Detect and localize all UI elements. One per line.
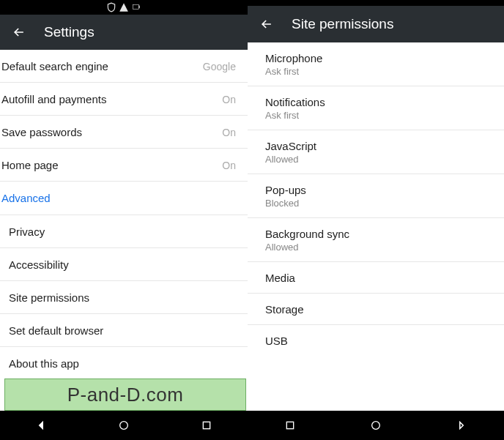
row-home-page[interactable]: Home page On (0, 149, 248, 182)
back-button[interactable] (10, 23, 28, 41)
row-autofill-payments[interactable]: Autofill and payments On (0, 83, 248, 116)
row-about-this-app[interactable]: About this app (0, 347, 248, 379)
nav-home[interactable] (102, 411, 146, 440)
row-label: Background sync (265, 228, 349, 240)
row-label: Microphone (265, 52, 322, 64)
row-label: Media (265, 272, 295, 284)
site-permissions-screen: Site permissions Microphone Ask first No… (248, 0, 504, 440)
row-label: Save passwords (1, 126, 82, 138)
row-pop-ups[interactable]: Pop-ups Blocked (248, 174, 504, 218)
svg-rect-3 (203, 422, 210, 428)
row-label: Home page (1, 159, 59, 171)
app-bar: Site permissions (248, 6, 504, 42)
svg-rect-0 (133, 5, 138, 10)
row-background-sync[interactable]: Background sync Allowed (248, 218, 504, 262)
row-sub: Ask first (265, 66, 322, 77)
row-label: Default search engine (1, 60, 108, 72)
row-sub: Blocked (265, 198, 306, 209)
svg-rect-4 (287, 422, 294, 428)
svg-rect-1 (139, 6, 140, 9)
row-sub: Allowed (265, 242, 349, 253)
page-title: Site permissions (292, 16, 393, 32)
row-value: Google (203, 61, 236, 72)
row-label: Set default browser (1, 324, 103, 337)
svg-point-5 (372, 422, 380, 430)
nav-back[interactable] (440, 411, 483, 440)
status-bar (0, 0, 248, 15)
row-accessibility[interactable]: Accessibility (0, 248, 248, 281)
settings-list: Default search engine Google Autofill an… (0, 50, 248, 411)
row-value: On (222, 127, 236, 138)
nav-back[interactable] (19, 411, 63, 440)
back-button[interactable] (258, 15, 275, 33)
svg-point-2 (120, 422, 128, 430)
nav-bar (0, 411, 248, 440)
nav-bar (248, 411, 504, 440)
status-bar (248, 0, 504, 6)
permissions-list: Microphone Ask first Notifications Ask f… (248, 42, 504, 411)
settings-screen: Settings Default search engine Google Au… (0, 0, 248, 440)
row-usb[interactable]: USB (248, 325, 504, 356)
row-label: USB (265, 335, 288, 347)
app-bar: Settings (0, 15, 248, 50)
row-javascript[interactable]: JavaScript Allowed (248, 130, 504, 174)
row-label: Accessibility (1, 258, 69, 271)
row-site-permissions[interactable]: Site permissions (0, 281, 248, 314)
row-privacy[interactable]: Privacy (0, 215, 248, 248)
row-label: About this app (1, 357, 79, 370)
row-microphone[interactable]: Microphone Ask first (248, 42, 504, 86)
row-sub: Allowed (265, 154, 316, 165)
row-save-passwords[interactable]: Save passwords On (0, 116, 248, 149)
row-sub: Ask first (265, 110, 325, 121)
row-set-default-browser[interactable]: Set default browser (0, 314, 248, 347)
row-label: Privacy (1, 225, 45, 238)
nav-recents[interactable] (268, 411, 312, 440)
page-title: Settings (44, 24, 94, 40)
row-label: Notifications (265, 96, 325, 108)
section-advanced: Advanced (0, 182, 248, 215)
row-notifications[interactable]: Notifications Ask first (248, 86, 504, 130)
section-label: Advanced (1, 192, 51, 204)
row-storage[interactable]: Storage (248, 294, 504, 325)
row-label: Site permissions (1, 291, 89, 304)
row-label: JavaScript (265, 140, 316, 152)
row-media[interactable]: Media (248, 262, 504, 294)
row-value: On (222, 94, 236, 105)
row-label: Storage (265, 303, 304, 316)
row-value: On (222, 160, 236, 171)
row-default-search-engine[interactable]: Default search engine Google (0, 50, 248, 83)
nav-home[interactable] (354, 411, 398, 440)
row-label: Pop-ups (265, 184, 306, 196)
nav-recents[interactable] (185, 411, 229, 440)
row-label: Autofill and payments (1, 93, 106, 105)
